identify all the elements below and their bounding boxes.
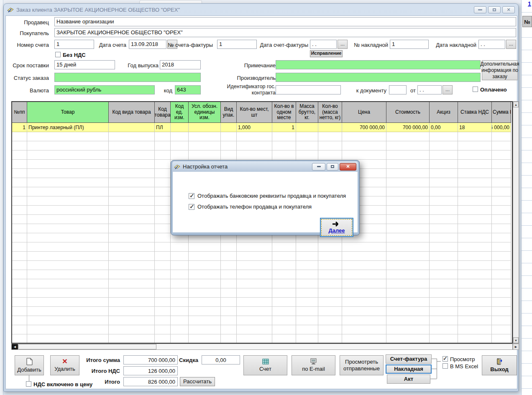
waybill-date-picker-button[interactable]: ... bbox=[506, 40, 516, 49]
horizontal-scroll-thumb[interactable] bbox=[18, 344, 156, 349]
add-button[interactable]: Добавить bbox=[15, 355, 44, 375]
table-cell[interactable]: 700 000,00 bbox=[342, 123, 386, 132]
recalculate-button[interactable]: Рассчитать bbox=[180, 377, 215, 386]
table-cell[interactable]: 18 bbox=[458, 123, 492, 132]
column-header[interactable]: Код ед. изм. bbox=[171, 102, 189, 123]
column-header[interactable]: Вид упак. bbox=[221, 102, 237, 123]
close-button-icon[interactable]: ✕ bbox=[502, 6, 515, 13]
table-cell bbox=[109, 224, 155, 233]
column-header[interactable]: Масса брутто, кг. bbox=[296, 102, 318, 123]
waybill-number-label: № накладной bbox=[349, 42, 388, 48]
note-input[interactable] bbox=[276, 60, 481, 69]
invoice-button[interactable]: Счет bbox=[243, 355, 287, 375]
column-header[interactable]: Кол-во в одном месте bbox=[272, 102, 296, 123]
table-cell[interactable]: 0,00 bbox=[430, 123, 458, 132]
waybill-number-input[interactable]: 1 bbox=[390, 40, 429, 49]
table-cell[interactable] bbox=[109, 123, 155, 132]
dialog-maximize-icon[interactable] bbox=[327, 163, 338, 171]
column-header[interactable]: Код вида товара bbox=[109, 102, 155, 123]
email-button[interactable]: по E-mail bbox=[292, 355, 335, 375]
facture-date-input[interactable]: . . bbox=[310, 40, 337, 49]
facture-number-input[interactable]: 1 bbox=[217, 40, 257, 49]
table-cell[interactable]: 700 000,00 bbox=[386, 123, 430, 132]
scroll-right-icon[interactable]: ▶ bbox=[513, 344, 519, 350]
table-cell bbox=[171, 242, 189, 252]
table-cell bbox=[296, 132, 318, 141]
from-date-picker-button[interactable]: ... bbox=[442, 85, 453, 94]
currency-code-input[interactable]: 643 bbox=[175, 85, 201, 94]
table-cell[interactable]: 1 bbox=[272, 123, 296, 132]
waybill-button[interactable]: Накладная bbox=[386, 364, 432, 374]
table-cell bbox=[458, 169, 492, 178]
column-header[interactable]: Кол-во (масса нетто, кг) bbox=[318, 102, 342, 123]
gov-contract-input[interactable] bbox=[276, 85, 341, 94]
maximize-button-icon[interactable] bbox=[488, 6, 501, 13]
buyer-input[interactable]: ЗАКРЫТОЕ АКЦИОНЕРНОЕ ОБЩЕСТВО "ОРЕХ" bbox=[54, 28, 516, 37]
no-vat-checkbox[interactable] bbox=[55, 52, 61, 57]
currency-input[interactable]: российский рубль bbox=[54, 85, 155, 94]
next-button[interactable]: Далее bbox=[320, 218, 353, 237]
column-header[interactable]: Кол-во мест, шт bbox=[237, 102, 272, 123]
act-button[interactable]: Акт bbox=[387, 375, 430, 384]
vat-included-checkbox[interactable] bbox=[26, 381, 31, 387]
table-cell[interactable] bbox=[189, 123, 221, 132]
facture-button[interactable]: Счет-фактура bbox=[386, 354, 432, 364]
table-cell[interactable] bbox=[296, 123, 318, 132]
phone-checkbox[interactable] bbox=[189, 204, 194, 210]
status-input[interactable] bbox=[54, 73, 201, 82]
table-cell[interactable]: 126 000,00 bbox=[492, 123, 511, 132]
minimize-button-icon[interactable] bbox=[474, 6, 486, 13]
bank-details-checkbox[interactable] bbox=[189, 193, 194, 199]
delivery-term-input[interactable]: 15 дней bbox=[54, 60, 115, 69]
seller-input[interactable]: Название организации bbox=[54, 17, 516, 26]
preview-checkbox[interactable] bbox=[442, 356, 448, 362]
facture-date-picker-button[interactable]: ... bbox=[338, 40, 348, 49]
table-cell[interactable]: ПЛ bbox=[155, 123, 171, 132]
extra-info-button[interactable]: Дополнительная информация по заказу bbox=[482, 60, 518, 80]
column-header[interactable]: Код товара bbox=[155, 102, 171, 123]
vertical-scrollbar[interactable]: ▲ ▼ bbox=[513, 101, 519, 344]
exit-button[interactable]: Выход bbox=[482, 355, 517, 375]
table-cell[interactable]: 1,000 bbox=[237, 123, 272, 132]
invoice-date-input[interactable]: 13.09.2018 bbox=[129, 40, 166, 49]
dialog-titlebar[interactable]: Настройка отчета ✕ bbox=[172, 161, 358, 172]
dialog-minimize-icon[interactable] bbox=[312, 163, 325, 171]
table-cell[interactable]: Принтер лазерный (ПЛ) bbox=[27, 123, 109, 132]
discount-field[interactable]: 0,00 bbox=[202, 355, 240, 364]
correction-button[interactable]: Исправление bbox=[310, 50, 343, 57]
table-cell[interactable] bbox=[221, 123, 237, 132]
column-header[interactable]: Ставка НДС bbox=[458, 102, 492, 123]
column-header[interactable]: Товар bbox=[27, 102, 109, 123]
table-cell bbox=[318, 261, 342, 270]
excel-checkbox[interactable] bbox=[442, 363, 448, 369]
column-header[interactable]: Сумма НДС bbox=[492, 102, 511, 123]
column-header[interactable]: Акциз bbox=[430, 102, 458, 123]
view-sent-button[interactable]: Просмотреть отправленные bbox=[340, 355, 384, 375]
window-titlebar[interactable]: Заказ клиента ЗАКРЫТОЕ АКЦИОНЕРНОЕ ОБЩЕС… bbox=[4, 4, 518, 15]
table-cell bbox=[458, 160, 492, 169]
table-cell[interactable]: 1 bbox=[12, 123, 27, 132]
empty-row bbox=[12, 279, 512, 288]
dialog-close-icon[interactable]: ✕ bbox=[340, 163, 356, 171]
table-cell[interactable] bbox=[171, 123, 189, 132]
to-document-input[interactable] bbox=[389, 85, 407, 94]
table-cell bbox=[318, 279, 342, 288]
column-header[interactable]: Стоимость bbox=[386, 102, 430, 123]
table-cell bbox=[492, 307, 511, 316]
paid-checkbox[interactable] bbox=[473, 87, 478, 92]
manufacturer-input[interactable] bbox=[276, 73, 481, 82]
year-input[interactable]: 2018 bbox=[160, 60, 201, 69]
column-header[interactable]: Усл. обозн. единицы изм. bbox=[189, 102, 221, 123]
scroll-left-icon[interactable]: ◀ bbox=[12, 344, 18, 349]
waybill-date-input[interactable]: . . bbox=[478, 40, 505, 49]
table-cell bbox=[155, 196, 171, 206]
column-header[interactable]: Цена bbox=[342, 102, 386, 123]
table-cell bbox=[492, 334, 511, 344]
scroll-up-icon[interactable]: ▲ bbox=[513, 102, 519, 107]
column-header[interactable]: №пп bbox=[12, 102, 27, 123]
table-cell[interactable] bbox=[318, 123, 342, 132]
from-date-input[interactable]: . . bbox=[417, 85, 442, 94]
invoice-number-input[interactable]: 1 bbox=[54, 40, 94, 49]
scroll-down-icon[interactable]: ▼ bbox=[513, 337, 519, 343]
horizontal-scrollbar[interactable]: ◀ bbox=[11, 344, 513, 350]
